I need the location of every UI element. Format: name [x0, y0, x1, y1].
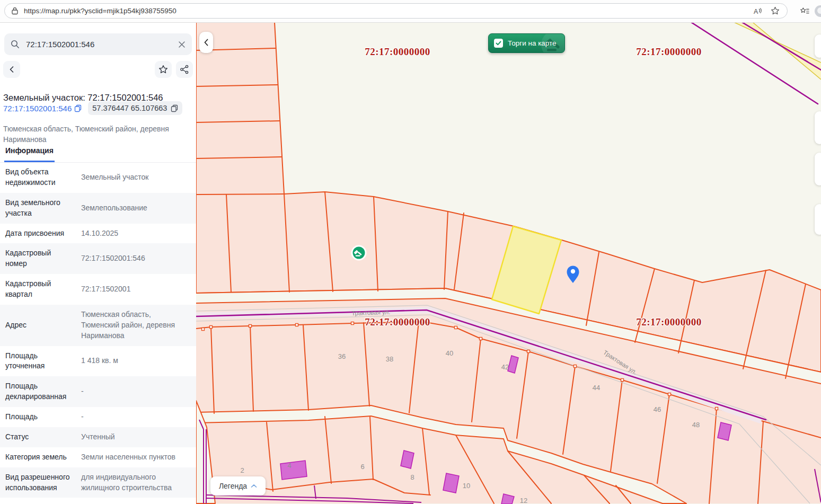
- row-label: Площадь декларированная: [5, 381, 73, 402]
- parcel-number: 42: [501, 363, 509, 371]
- info-table: Вид объекта недвижимостиЗемельный участо…: [0, 162, 196, 498]
- row-value: Учтенный: [81, 432, 191, 443]
- legend-button-label: Легенда: [219, 482, 247, 490]
- address-bar[interactable]: https://map.ru/pkk?ysclid=mjik1p54kj9387…: [4, 3, 788, 19]
- favorite-object-button[interactable]: [155, 61, 172, 78]
- row-value: Земельный участок: [81, 172, 191, 183]
- row-label: Кадастровый номер: [5, 248, 73, 269]
- table-row: СтатусУчтенный: [0, 427, 196, 447]
- coordinates-value: 57.376447 65.107663: [92, 104, 167, 112]
- auction-marker[interactable]: [352, 246, 366, 260]
- tab-information[interactable]: Информация: [4, 143, 55, 162]
- table-row: Вид разрешенного использованиядля индиви…: [0, 467, 196, 498]
- profile-avatar[interactable]: [815, 5, 821, 17]
- object-info-panel: Земельный участок: 72:17:1502001:546 72:…: [0, 22, 196, 504]
- sidebar-collapse-button[interactable]: [199, 32, 213, 53]
- map-control-button[interactable]: [815, 153, 821, 185]
- table-row: Площадь декларированная-: [0, 376, 196, 407]
- table-row: Кадастровый номер72:17:1502001:546: [0, 243, 196, 274]
- favorites-bar-icon[interactable]: [800, 6, 809, 16]
- parcel-number: 8: [410, 473, 414, 481]
- row-value: Тюменская область, Тюменский район, дере…: [81, 310, 191, 341]
- row-label: Площадь: [5, 412, 73, 422]
- row-value: 72:17:1502001:546: [81, 253, 191, 264]
- back-button[interactable]: [3, 61, 20, 78]
- browser-chrome: https://map.ru/pkk?ysclid=mjik1p54kj9387…: [0, 0, 821, 23]
- parcel-number: 46: [654, 405, 661, 413]
- coordinates-chip[interactable]: 57.376447 65.107663: [88, 101, 182, 115]
- quarter-label: 72:17:0000000: [636, 46, 702, 57]
- row-label: Адрес: [5, 320, 73, 331]
- table-row: Дата присвоения14.10.2025: [0, 224, 196, 244]
- parcel-number: 40: [446, 349, 453, 357]
- legend-button[interactable]: Легенда: [210, 476, 266, 496]
- row-value: Землепользование: [81, 203, 191, 214]
- table-row: АдресТюменская область, Тюменский район,…: [0, 305, 196, 346]
- copy-coordinates-icon[interactable]: [171, 104, 178, 112]
- search-icon: [11, 40, 20, 49]
- row-value: Земли населенных пунктов: [81, 452, 191, 463]
- row-value: -: [81, 412, 191, 422]
- table-row: Вид земельного участкаЗемлепользование: [0, 193, 196, 224]
- search-input[interactable]: [25, 39, 178, 49]
- parcel-number: 4: [287, 462, 291, 470]
- torgi-button-label: Торги на карте: [508, 39, 557, 47]
- clear-search-icon[interactable]: [178, 41, 186, 48]
- torgi-checkbox[interactable]: [494, 39, 503, 48]
- cadastral-number-link[interactable]: 72:17:1502001:546: [3, 104, 72, 113]
- row-label: Вид земельного участка: [5, 198, 73, 219]
- row-value: 14.10.2025: [81, 228, 191, 239]
- parcel-number: 48: [692, 421, 700, 429]
- favorite-star-icon[interactable]: [770, 6, 780, 16]
- street-label: Трактовая ул.: [351, 309, 390, 317]
- chevron-up-icon: [251, 484, 257, 488]
- cadastral-map[interactable]: Трактовая ул. Трактовая ул. 72:17:000000…: [196, 22, 821, 504]
- url-text[interactable]: https://map.ru/pkk?ysclid=mjik1p54kj9387…: [24, 7, 753, 15]
- table-row: Площадь-: [0, 407, 196, 427]
- tabbar: Информация: [0, 143, 196, 163]
- map-control-button[interactable]: [815, 111, 821, 144]
- row-label: Вид разрешенного использования: [5, 472, 73, 493]
- table-row: Категория земельЗемли населенных пунктов: [0, 447, 196, 467]
- row-value: для индивидуального жилищного строительс…: [81, 472, 191, 493]
- check-icon: [496, 41, 501, 46]
- map-control-button[interactable]: [815, 204, 821, 235]
- parcel-number: 38: [386, 355, 393, 363]
- row-label: Площадь уточненная: [5, 351, 73, 372]
- object-address: Тюменская область, Тюменский район, дере…: [3, 124, 178, 145]
- parcel-number: 10: [463, 482, 470, 490]
- parcel-number: 6: [360, 463, 364, 471]
- read-aloud-icon[interactable]: A: [753, 6, 763, 16]
- quarter-label: 72:17:0000000: [365, 316, 430, 328]
- search-box[interactable]: [4, 33, 192, 55]
- table-row: Кадастровый квартал72:17:1502001: [0, 274, 196, 305]
- parcel-number: 12: [520, 497, 527, 504]
- lock-icon[interactable]: [10, 6, 20, 16]
- map-control-button[interactable]: [815, 34, 821, 58]
- quarter-label: 72:17:0000000: [365, 46, 430, 57]
- parcel-number: 2: [240, 466, 244, 474]
- chevron-left-icon: [204, 39, 209, 46]
- svg-text:A: A: [754, 7, 758, 15]
- parcel-number: 36: [338, 352, 346, 360]
- quarter-label: 72:17:0000000: [636, 316, 702, 328]
- row-label: Категория земель: [5, 452, 73, 463]
- row-label: Дата присвоения: [5, 228, 73, 239]
- row-label: Статус: [5, 432, 73, 443]
- parcel-number: 44: [593, 384, 600, 392]
- row-label: Кадастровый квартал: [5, 279, 73, 300]
- table-row: Вид объекта недвижимостиЗемельный участо…: [0, 162, 196, 193]
- row-value: -: [81, 386, 191, 397]
- row-value: 1 418 кв. м: [81, 356, 191, 366]
- table-row: Площадь уточненная1 418 кв. м: [0, 346, 196, 377]
- share-button[interactable]: [176, 61, 193, 78]
- map-canvas[interactable]: Трактовая ул. Трактовая ул. 72:17:000000…: [196, 22, 821, 504]
- row-value: 72:17:1502001: [81, 284, 191, 295]
- torgi-map-button[interactable]: Торги на карте: [488, 33, 565, 53]
- row-label: Вид объекта недвижимости: [5, 167, 73, 188]
- copy-cadastral-icon[interactable]: [74, 104, 82, 112]
